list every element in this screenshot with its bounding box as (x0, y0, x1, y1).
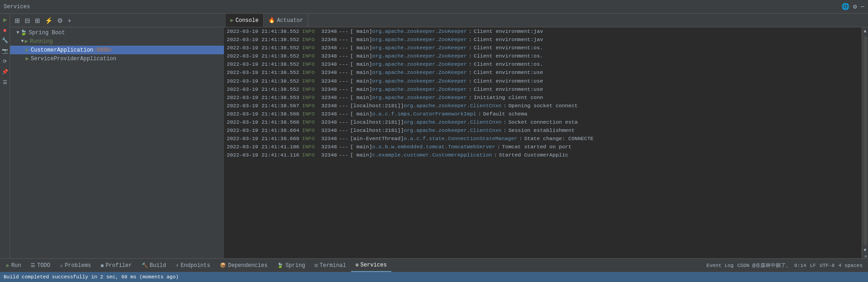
log-message: Client environment:jav (474, 36, 543, 43)
run-tab-label: Run (11, 262, 21, 269)
tab-endpoints[interactable]: ⚡ Endpoints (171, 259, 215, 272)
pin-vtb-button[interactable]: 📌 (0, 68, 10, 76)
tab-terminal[interactable]: ⊡ Terminal (310, 259, 351, 272)
camera-vtb-button[interactable]: 📷 (0, 47, 10, 55)
console-tab-label: Console (235, 17, 258, 24)
log-logger: org.apache.zookeeper.ZooKeeper (372, 69, 467, 76)
tab-todo[interactable]: ☰ TODO (26, 259, 55, 272)
log-timestamp: 2022-03-19 21:41:38.664 (227, 127, 299, 134)
log-line: 2022-03-19 21:41:38.552 INFO 32348 --- [… (224, 60, 862, 68)
log-context: [ main] (350, 110, 372, 118)
list-vtb-button[interactable]: ☰ (0, 78, 10, 87)
run-vtb-button[interactable]: ▶ (0, 16, 10, 24)
log-context: [ main] (350, 61, 372, 68)
log-message: Client environment:use (474, 86, 543, 93)
collapse-all-button[interactable]: ⊟ (23, 16, 32, 25)
log-sep1: --- (339, 69, 348, 76)
title-bar-actions: 🌐 ⚙ — (841, 3, 864, 10)
filter-button[interactable]: ⚡ (43, 16, 54, 25)
log-message: Opening socket connect (508, 102, 578, 110)
globe-icon[interactable]: 🌐 (841, 3, 849, 10)
log-sep1: --- (339, 52, 348, 60)
tab-console[interactable]: ▶ Console (226, 14, 264, 27)
log-logger: o.a.c.f.state.ConnectionStateManager (404, 135, 517, 142)
log-timestamp: 2022-03-19 21:41:38.553 (227, 94, 299, 101)
log-timestamp: 2022-03-19 21:41:38.552 (227, 78, 299, 85)
log-context: [ main] (350, 151, 372, 159)
tab-profiler[interactable]: ◉ Profiler (96, 259, 137, 272)
settings-services-button[interactable]: ⚙ (55, 16, 65, 25)
stop-vtb-button[interactable]: ■ (0, 26, 10, 34)
tree-label-service-provider: ServiceProviderApplication (31, 56, 116, 62)
tree-item-spring-boot[interactable]: ▼ 🍃 Spring Boot (10, 28, 234, 37)
tree-item-running[interactable]: ▼ ▶ Running (10, 37, 234, 46)
log-level: INFO (302, 86, 319, 93)
services-tab-label: Services (360, 262, 387, 268)
vertical-toolbar: ▶ ■ 🔧 📷 ⟳ 📌 ☰ (0, 14, 10, 258)
log-logger: org.apache.zookeeper.ZooKeeper (372, 44, 467, 52)
scroll-down-arrow[interactable]: ▼ (862, 246, 868, 254)
log-sep2: : (469, 28, 472, 35)
log-logger: org.apache.zookeeper.ZooKeeper (372, 94, 467, 101)
tab-dependencies[interactable]: 📦 Dependencies (215, 259, 272, 272)
console-tab-icon: ▶ (230, 17, 234, 24)
tab-actuator[interactable]: 🔥 Actuator (264, 14, 309, 27)
right-scrollbar: ▲ ▼ ≡ (862, 27, 868, 258)
minimize-icon[interactable]: — (861, 3, 864, 10)
console-content[interactable]: 2022-03-19 21:41:38.552 INFO 32348 --- [… (224, 27, 862, 258)
title-bar-title: Services (4, 4, 30, 10)
add-service-button[interactable]: + (66, 16, 73, 25)
log-sep1: --- (339, 127, 348, 134)
log-sep2: : (478, 110, 481, 118)
log-context: [ main] (350, 78, 372, 85)
wrench-vtb-button[interactable]: 🔧 (0, 36, 10, 45)
event-log-link[interactable]: Event Log (707, 263, 734, 268)
log-timestamp: 2022-03-19 21:41:38.552 (227, 36, 299, 43)
log-thread: 32348 (321, 61, 337, 68)
tab-spring[interactable]: 🍃 Spring (272, 259, 310, 272)
log-timestamp: 2022-03-19 21:41:41.106 (227, 143, 299, 151)
log-thread: 32348 (321, 143, 337, 151)
service-provider-icon: ▶ (26, 55, 29, 62)
scroll-up-arrow[interactable]: ▲ (862, 27, 868, 35)
log-line: 2022-03-19 21:41:38.568 INFO 32348 --- [… (224, 118, 862, 126)
gear-icon[interactable]: ⚙ (853, 3, 857, 10)
tree-label-customer-app: CustomerApplication (31, 47, 93, 53)
log-logger: org.apache.zookeeper.ZooKeeper (372, 36, 467, 43)
log-level: INFO (302, 94, 319, 101)
tree-item-service-provider[interactable]: ▶ ServiceProviderApplication (10, 54, 234, 63)
log-line: 2022-03-19 21:41:38.552 INFO 32348 --- [… (224, 52, 862, 60)
running-icon: ▶ (25, 38, 28, 45)
log-message: Client environment:os. (474, 44, 543, 52)
tab-problems[interactable]: ⚠ Problems (55, 259, 96, 272)
tab-services[interactable]: ⚙ Services (351, 259, 392, 272)
update-vtb-button[interactable]: ⟳ (0, 57, 10, 66)
left-panel: ⊞ ⊟ ⊞ ⚡ ⚙ + ▼ 🍃 Spring Boot ▼ ▶ (10, 14, 234, 258)
tree-item-customer-app[interactable]: ▶ CustomerApplication :8080/ (10, 46, 234, 54)
log-sep2: : (497, 143, 500, 151)
log-logger: org.apache.zookeeper.ZooKeeper (372, 52, 467, 60)
log-context: [ main] (350, 143, 372, 151)
log-level: INFO (302, 44, 319, 52)
tab-build[interactable]: 🔨 Build (137, 259, 171, 272)
left-panel-wrapper: ▶ ■ 🔧 📷 ⟳ 📌 ☰ ⊞ ⊟ ⊞ ⚡ ⚙ + ▼ (0, 14, 224, 258)
log-line: 2022-03-19 21:41:38.664 INFO 32348 --- [… (224, 126, 862, 135)
log-context: [localhost:2181]] (350, 102, 404, 110)
tree-arrow-spring-boot: ▼ (16, 30, 19, 35)
log-logger: o.s.b.w.embedded.tomcat.TomcatWebServer (372, 143, 495, 151)
tab-run[interactable]: ▶ Run (2, 259, 26, 272)
log-thread: 32348 (321, 102, 337, 110)
endpoints-tab-label: Endpoints (181, 262, 210, 269)
log-message: Client environment:use (474, 78, 543, 85)
log-thread: 32348 (321, 28, 337, 35)
log-timestamp: 2022-03-19 21:41:38.552 (227, 86, 299, 93)
line-ending: LF (810, 263, 816, 268)
bottom-tabs: ▶ Run ☰ TODO ⚠ Problems ◉ Profiler 🔨 Bui… (0, 258, 868, 272)
run-tab-icon: ▶ (6, 262, 10, 268)
log-area-wrapper: 2022-03-19 21:41:38.552 INFO 32348 --- [… (224, 27, 868, 258)
log-sep2: : (469, 86, 472, 93)
expand-all-button[interactable]: ⊞ (13, 16, 22, 25)
spring-tab-label: Spring (285, 262, 305, 269)
right-panel-label: ≡ (862, 254, 868, 258)
group-button[interactable]: ⊞ (33, 16, 42, 25)
